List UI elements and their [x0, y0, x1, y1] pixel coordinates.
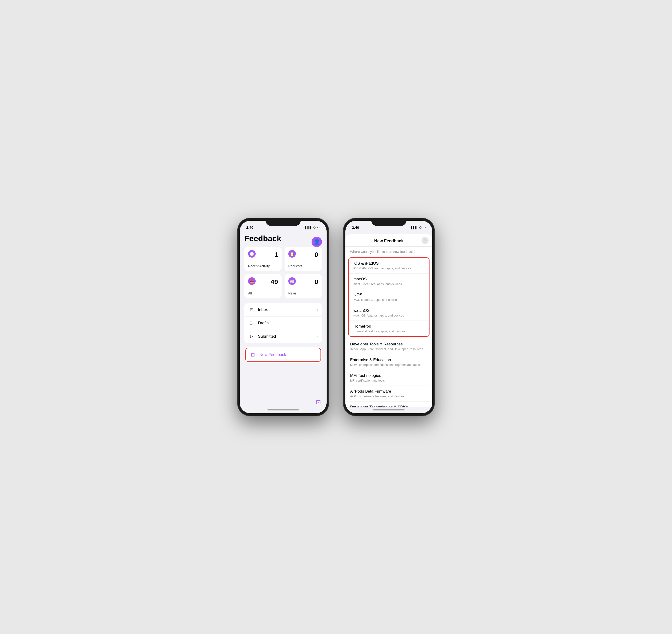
screen-content-left: Feedback 🕐 1 Recent Activity 📋 0 Request…	[240, 232, 327, 408]
menu-item-submitted[interactable]: ⊳ Submitted ›	[245, 330, 322, 343]
requests-label: Requests	[288, 264, 318, 268]
airpods-title: AirPods Beta Firmware	[350, 389, 427, 394]
homepod-subtitle: HomePod features, apps, and devices	[353, 330, 424, 333]
notch-right	[371, 218, 407, 226]
mfi-title: MFi Technologies	[350, 373, 427, 378]
menu-item-drafts[interactable]: 🗋 Drafts ›	[245, 317, 322, 330]
feedback-item-watchos[interactable]: watchOS watchOS features, apps, and devi…	[349, 305, 429, 321]
tvos-title: tvOS	[353, 293, 424, 297]
recent-activity-count: 1	[274, 251, 278, 259]
all-count: 49	[271, 278, 278, 286]
inbox-label: Inbox	[258, 308, 317, 312]
status-time-right: 2:40	[352, 225, 359, 229]
screen-right: 2:40 ▌▌▌ ⌬ ▭ New Feedback ✕ Where would …	[345, 221, 432, 413]
enterprise-title: Enterprise & Education	[350, 358, 427, 362]
screen-left: 2:40 ▌▌▌ ⌬ ▭ 👤 Feedback 🕐 1 Recent Activ…	[240, 221, 327, 413]
feedback-list: iOS & iPadOS iOS & iPadOS features, apps…	[345, 255, 432, 408]
news-label: News	[288, 291, 318, 295]
requests-count: 0	[315, 251, 318, 259]
enterprise-subtitle: MDM, enterprise and education programs a…	[350, 363, 427, 367]
all-icon: 📥	[248, 277, 256, 285]
recent-activity-label: Recent Activity	[248, 264, 278, 268]
feedback-item-airpods[interactable]: AirPods Beta Firmware AirPods Firmware f…	[346, 386, 432, 401]
status-icons-left: ▌▌▌ ⌬ ▭	[305, 226, 320, 229]
drafts-chevron: ›	[317, 321, 318, 325]
macos-title: macOS	[353, 277, 424, 282]
feedback-section-regular: Developer Tools & Resources Xcode, App S…	[345, 339, 432, 408]
home-indicator-right	[373, 409, 404, 411]
devtech-title: Developer Technologies & SDKs	[350, 405, 427, 408]
menu-list: ⊡ Inbox › 🗋 Drafts › ⊳ Submitted ›	[245, 303, 322, 343]
new-feedback-list: ⊡ New Feedback	[245, 347, 322, 363]
close-icon: ✕	[424, 239, 426, 242]
page-title: Feedback	[245, 234, 322, 243]
airpods-subtitle: AirPods Firmware features, and devices	[350, 394, 427, 398]
profile-button[interactable]: 👤	[311, 237, 322, 247]
profile-icon: 👤	[314, 239, 320, 245]
stat-card-requests[interactable]: 📋 0 Requests	[284, 247, 322, 271]
macos-subtitle: macOS features, apps, and devices	[353, 282, 424, 286]
modal-close-button[interactable]: ✕	[421, 237, 428, 244]
status-time-left: 2:40	[246, 225, 253, 229]
feedback-item-homepod[interactable]: HomePod HomePod features, apps, and devi…	[349, 321, 429, 336]
feedback-item-devtech[interactable]: Developer Technologies & SDKs APIs and F…	[346, 401, 432, 408]
feedback-item-macos[interactable]: macOS macOS features, apps, and devices	[349, 273, 429, 289]
stat-card-recent-activity[interactable]: 🕐 1 Recent Activity	[245, 247, 282, 271]
feedback-item-enterprise[interactable]: Enterprise & Education MDM, enterprise a…	[346, 354, 432, 370]
new-feedback-label: New Feedback	[259, 352, 317, 357]
ios-subtitle: iOS & iPadOS features, apps, and devices	[353, 267, 424, 270]
notch-left	[265, 218, 301, 226]
watchos-title: watchOS	[353, 308, 424, 313]
submitted-icon: ⊳	[248, 333, 255, 340]
battery-icon-right: ▭	[423, 226, 426, 229]
drafts-icon: 🗋	[248, 320, 255, 326]
signal-icon-right: ▌▌▌	[411, 226, 418, 229]
menu-item-new-feedback[interactable]: ⊡ New Feedback	[245, 348, 321, 362]
drafts-label: Drafts	[258, 321, 317, 325]
fab-icon[interactable]: ⊡	[316, 398, 321, 406]
news-icon: 📰	[288, 277, 296, 285]
stat-card-news[interactable]: 📰 0 News	[284, 274, 322, 298]
stat-card-all[interactable]: 📥 49 All	[245, 274, 282, 298]
new-feedback-icon: ⊡	[250, 351, 256, 358]
menu-item-inbox[interactable]: ⊡ Inbox ›	[245, 303, 322, 317]
all-label: All	[248, 291, 278, 295]
modal-sheet: New Feedback ✕ Where would you like to s…	[345, 234, 432, 408]
inbox-chevron: ›	[317, 308, 318, 312]
battery-icon-left: ▭	[317, 226, 320, 229]
feedback-item-tvos[interactable]: tvOS tvOS features, apps, and devices	[349, 289, 429, 305]
submitted-label: Submitted	[258, 334, 317, 339]
phone-right: 2:40 ▌▌▌ ⌬ ▭ New Feedback ✕ Where would …	[343, 218, 435, 416]
status-icons-right: ▌▌▌ ⌬ ▭	[411, 226, 426, 229]
tvos-subtitle: tvOS features, apps, and devices	[353, 298, 424, 301]
modal-subtitle: Where would you like to start new feedba…	[345, 247, 432, 255]
stats-grid: 🕐 1 Recent Activity 📋 0 Requests 📥 49 Al…	[245, 247, 322, 298]
watchos-subtitle: watchOS features, apps, and devices	[353, 314, 424, 317]
home-indicator-left	[268, 409, 299, 411]
modal-header: New Feedback ✕	[345, 234, 432, 247]
requests-icon: 📋	[288, 250, 296, 258]
wifi-icon-left: ⌬	[313, 226, 316, 229]
ios-title: iOS & iPadOS	[353, 261, 424, 266]
feedback-item-mfi[interactable]: MFi Technologies MFi certification and t…	[346, 370, 432, 386]
devtools-subtitle: Xcode, App Store Connect, and Developer …	[350, 347, 427, 351]
mfi-subtitle: MFi certification and tools	[350, 379, 427, 382]
submitted-chevron: ›	[317, 335, 318, 338]
phone-left: 2:40 ▌▌▌ ⌬ ▭ 👤 Feedback 🕐 1 Recent Activ…	[237, 218, 329, 416]
wifi-icon-right: ⌬	[419, 226, 421, 229]
devtools-title: Developer Tools & Resources	[350, 342, 427, 347]
feedback-item-devtools[interactable]: Developer Tools & Resources Xcode, App S…	[346, 339, 432, 354]
news-count: 0	[315, 278, 318, 286]
homepod-title: HomePod	[353, 324, 424, 329]
signal-icon-left: ▌▌▌	[305, 226, 312, 229]
feedback-section-highlighted: iOS & iPadOS iOS & iPadOS features, apps…	[348, 258, 430, 337]
feedback-item-ios[interactable]: iOS & iPadOS iOS & iPadOS features, apps…	[349, 258, 429, 273]
inbox-icon: ⊡	[248, 307, 255, 313]
recent-activity-icon: 🕐	[248, 250, 256, 258]
modal-title: New Feedback	[374, 239, 403, 244]
